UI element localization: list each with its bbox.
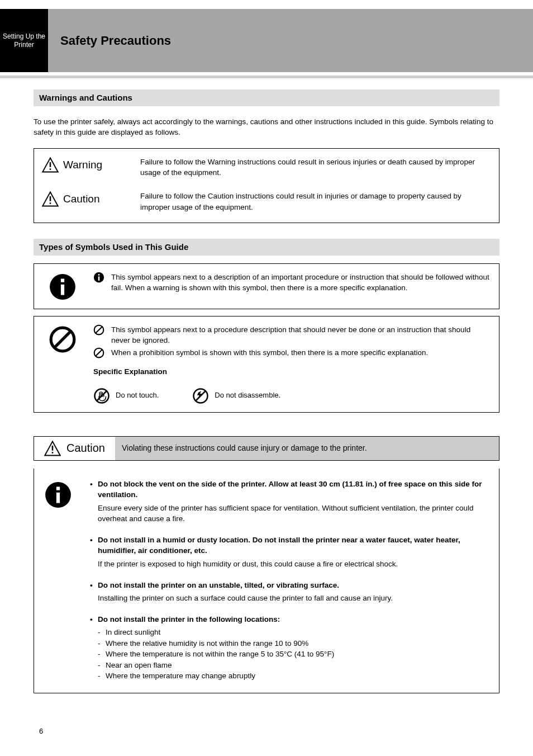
dash-item: Where the temperature may change abruptl… [98, 670, 489, 682]
svg-rect-8 [61, 285, 64, 295]
section-symbols-heading: Types of Symbols Used in This Guide [34, 239, 499, 256]
instruction-small-icon [93, 272, 104, 283]
caution-label: Caution [63, 191, 100, 207]
warning-triangle-icon [42, 157, 59, 173]
caution-bar-right: Violating these instructions could cause… [115, 437, 499, 460]
bullet-4: Do not install the printer in the follow… [90, 614, 489, 625]
dash-item: Where the temperature is not within the … [98, 649, 489, 660]
warning-caution-box: Warning Failure to follow the Warning in… [34, 148, 499, 223]
prohibition-symbol-box: This symbol appears next to a procedure … [34, 316, 499, 413]
caution-desc: Failure to follow the Caution instructio… [140, 191, 491, 212]
section-warnings-heading: Warnings and Cautions [34, 89, 499, 106]
dash-item: In direct sunlight [98, 627, 489, 638]
svg-line-15 [96, 327, 102, 333]
instruction-circle-icon [49, 273, 77, 301]
warning-desc: Failure to follow the Warning instructio… [140, 157, 491, 178]
dash-item: Where the relative humidity is not withi… [98, 638, 489, 649]
do-not-disassemble-label: Do not disassemble. [215, 390, 280, 401]
instruction-big-icon-cell [42, 272, 83, 301]
svg-rect-7 [61, 278, 64, 282]
bullet-2: Do not install in a humid or dusty locat… [90, 535, 489, 556]
instruction-symbol-box: This symbol appears next to a descriptio… [34, 263, 499, 309]
specific-examples-row: Do not touch. Do not disassemble. [42, 388, 491, 404]
svg-rect-10 [98, 274, 100, 276]
svg-line-13 [54, 331, 70, 347]
page-title: Safety Precautions [60, 32, 171, 50]
svg-line-17 [96, 349, 102, 356]
svg-rect-27 [56, 492, 60, 503]
warning-row: Warning Failure to follow the Warning in… [42, 157, 491, 178]
header-tab-line1: Setting Up the [3, 32, 45, 40]
bullet-4-list: In direct sunlight Where the relative hu… [90, 627, 489, 682]
caution-row: Caution Failure to follow the Caution in… [42, 191, 491, 212]
svg-rect-2 [50, 168, 51, 170]
prohibition-big-icon [49, 325, 77, 353]
page-number: 6 [39, 726, 43, 737]
caution-label-cell: Caution [42, 191, 131, 207]
caution-bar: Caution Violating these instructions cou… [34, 436, 499, 460]
specific-examples-heading: Specific Explanation [42, 366, 491, 377]
do-not-touch-icon [93, 388, 110, 404]
prohibition-inline-tail: When a prohibition symbol is shown with … [111, 347, 491, 358]
instruction-inline-tail: When a warning is shown with this symbol… [125, 284, 408, 292]
header-tab: Setting Up the Printer [0, 9, 48, 72]
svg-rect-26 [56, 486, 60, 490]
caution-details-icon [44, 481, 72, 509]
svg-rect-23 [52, 446, 54, 451]
svg-rect-4 [50, 196, 51, 201]
bullet-3: Do not install the printer on an unstabl… [90, 580, 489, 591]
caution-triangle-icon [42, 191, 59, 207]
intro-paragraph: To use the printer safely, always act ac… [34, 116, 499, 138]
bullet-1-sub: Ensure every side of the printer has suf… [90, 503, 489, 525]
prohibition-small-icon-2 [93, 347, 104, 358]
bullet-1: Do not block the vent on the side of the… [90, 479, 489, 500]
svg-line-21 [196, 391, 206, 401]
dash-item: Near an open flame [98, 660, 489, 671]
header-tab-line2: Printer [14, 41, 34, 49]
do-not-disassemble-icon [192, 388, 209, 404]
caution-bar-left: Caution [34, 437, 115, 460]
caution-bar-icon [44, 440, 61, 457]
warning-label: Warning [63, 157, 102, 173]
prohibition-small-icon-1 [93, 324, 104, 336]
caution-details-box: Do not block the vent on the side of the… [34, 469, 499, 693]
svg-rect-11 [98, 276, 100, 281]
do-not-touch-label: Do not touch. [116, 390, 159, 401]
svg-rect-5 [50, 202, 51, 204]
caution-bar-divider [34, 460, 499, 461]
svg-rect-24 [52, 452, 54, 453]
page-header: Setting Up the Printer Safety Precaution… [0, 9, 533, 72]
warning-label-cell: Warning [42, 157, 131, 173]
svg-rect-1 [50, 162, 51, 167]
caution-bar-label: Caution [66, 440, 105, 456]
header-underline [0, 75, 533, 78]
bullet-2-sub: If the printer is exposed to high humidi… [90, 559, 489, 570]
bullet-3-sub: Installing the printer on such a surface… [90, 593, 489, 604]
prohibition-big-icon-cell [42, 324, 83, 353]
prohibition-row-lead: This symbol appears next to a procedure … [111, 324, 491, 346]
